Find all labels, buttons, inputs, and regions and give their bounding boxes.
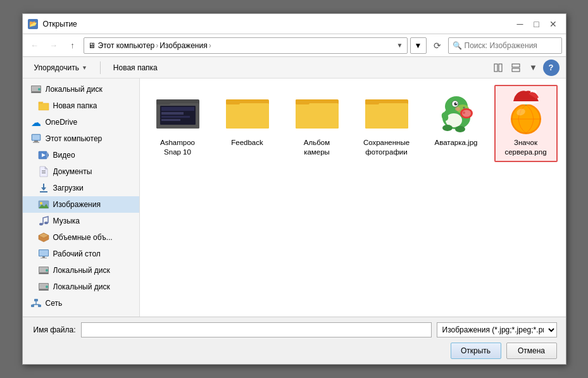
address-bar[interactable]: 🖥 Этот компьютер › Изображения › ▼ xyxy=(84,37,408,54)
onedrive-icon: ☁ xyxy=(30,117,42,128)
svg-point-7 xyxy=(38,88,41,91)
video-icon xyxy=(38,149,49,161)
address-dropdown-arrow: ▼ xyxy=(397,42,403,49)
address-bar-row: ← → ↑ 🖥 Этот компьютер › Изображения › ▼… xyxy=(23,34,566,57)
sidebar-item-network[interactable]: Сеть xyxy=(23,295,139,312)
view-dropdown-icon: ▼ xyxy=(529,63,537,72)
music-icon xyxy=(38,215,49,227)
3d-objects-icon xyxy=(38,232,49,243)
sidebar-item-local-disk-3[interactable]: Локальный диск xyxy=(23,279,139,295)
file-item-saved-photos[interactable]: Сохраненные фотографии xyxy=(355,85,418,162)
svg-marker-17 xyxy=(41,187,46,191)
organize-label: Упорядочить xyxy=(34,63,79,72)
maximize-button[interactable]: □ xyxy=(529,18,544,30)
file-item-ashampoo[interactable]: Ashampoo Snap 10 xyxy=(146,85,210,162)
icon-server-label: Значок сервера.png xyxy=(499,138,553,157)
file-item-album[interactable]: Альбом камеры xyxy=(285,85,349,162)
sidebar-item-downloads[interactable]: Загрузки xyxy=(23,180,139,196)
local-disk-2-icon xyxy=(38,265,49,276)
sidebar: Локальный диск Новая папка ☁ OneDrive xyxy=(23,79,140,317)
help-button[interactable]: ? xyxy=(543,60,560,76)
breadcrumb-part-2: Изображения xyxy=(160,41,207,50)
search-icon: 🔍 xyxy=(453,41,462,50)
svg-point-22 xyxy=(39,223,43,225)
sidebar-label-3d-objects: Объемные объ... xyxy=(53,233,113,242)
sidebar-item-new-folder[interactable]: Новая папка xyxy=(23,98,139,114)
svg-rect-3 xyxy=(512,68,520,72)
details-pane-button[interactable] xyxy=(508,60,524,76)
svg-rect-36 xyxy=(39,289,49,291)
search-box[interactable]: 🔍 xyxy=(448,37,562,54)
svg-rect-46 xyxy=(156,99,170,104)
svg-rect-29 xyxy=(41,258,47,258)
documents-icon xyxy=(38,166,49,177)
avatarka-icon xyxy=(434,90,479,135)
breadcrumb-icon: 🖥 xyxy=(88,41,96,50)
new-folder-sidebar-icon xyxy=(38,100,49,111)
cancel-button[interactable]: Отмена xyxy=(506,343,557,359)
sidebar-item-images[interactable]: Изображения xyxy=(23,196,139,213)
album-label: Альбом камеры xyxy=(291,138,344,157)
svg-rect-59 xyxy=(365,103,408,129)
svg-rect-10 xyxy=(34,141,38,142)
svg-rect-32 xyxy=(39,273,49,274)
sidebar-item-documents[interactable]: Документы xyxy=(23,163,139,180)
file-item-avatarka[interactable]: Аватарка.jpg xyxy=(425,85,488,162)
sidebar-label-documents: Документы xyxy=(53,167,92,176)
sidebar-item-local-disk-1[interactable]: Локальный диск xyxy=(23,81,139,98)
extra-pane-button[interactable] xyxy=(490,60,506,76)
close-button[interactable]: ✕ xyxy=(546,18,561,30)
sidebar-item-music[interactable]: Музыка xyxy=(23,213,139,229)
breadcrumb: Этот компьютер › Изображения › xyxy=(98,41,211,50)
expand-icon: ▼ xyxy=(415,41,422,50)
dialog-title: Открытие xyxy=(43,20,513,28)
sidebar-item-local-disk-2[interactable]: Локальный диск xyxy=(23,262,139,279)
new-folder-button[interactable]: Новая папка xyxy=(108,60,163,76)
svg-marker-13 xyxy=(47,152,49,158)
sidebar-item-desktop[interactable]: Рабочий стол xyxy=(23,246,139,262)
sidebar-label-video: Видео xyxy=(53,151,75,160)
icon-server-icon xyxy=(503,90,549,135)
organize-button[interactable]: Упорядочить ▼ xyxy=(29,60,92,76)
sidebar-item-this-pc[interactable]: Этот компьютер xyxy=(23,130,139,147)
refresh-button[interactable]: ⟳ xyxy=(429,37,446,54)
svg-point-33 xyxy=(46,269,48,272)
forward-button[interactable]: → xyxy=(46,37,62,54)
feedback-label: Feedback xyxy=(231,138,263,148)
sidebar-item-3d-objects[interactable]: Объемные объ... xyxy=(23,229,139,246)
svg-rect-0 xyxy=(494,64,497,72)
sidebar-item-onedrive[interactable]: ☁ OneDrive xyxy=(23,114,139,130)
sidebar-label-local-disk-2: Локальный диск xyxy=(53,266,110,275)
svg-rect-1 xyxy=(499,64,502,72)
file-item-icon-server[interactable]: Значок сервера.png xyxy=(494,85,558,162)
back-button[interactable]: ← xyxy=(27,37,43,54)
sidebar-label-local-disk-3: Локальный диск xyxy=(53,282,110,291)
open-button[interactable]: Открыть xyxy=(451,343,501,359)
file-item-feedback[interactable]: Feedback xyxy=(216,85,279,162)
sidebar-label-new-folder: Новая папка xyxy=(53,101,97,110)
sidebar-item-video[interactable]: Видео xyxy=(23,147,139,163)
address-expand-button[interactable]: ▼ xyxy=(410,37,427,54)
up-button[interactable]: ↑ xyxy=(65,37,81,54)
desktop-icon xyxy=(38,248,49,260)
title-bar-buttons: ─ □ ✕ xyxy=(513,18,561,30)
svg-rect-51 xyxy=(161,119,180,121)
saved-photos-label: Сохраненные фотографии xyxy=(360,138,413,157)
sidebar-label-images: Изображения xyxy=(53,200,101,209)
view-dropdown-button[interactable]: ▼ xyxy=(525,60,542,76)
svg-point-65 xyxy=(454,103,457,106)
minimize-button[interactable]: ─ xyxy=(513,18,528,30)
local-disk-1-icon xyxy=(30,84,42,95)
svg-point-70 xyxy=(442,125,453,131)
filetype-select[interactable]: Изображения (*.jpg;*.jpeg;*.pr xyxy=(437,322,557,337)
svg-rect-28 xyxy=(42,256,45,258)
bottom-bar: Имя файла: Изображения (*.jpg;*.jpeg;*.p… xyxy=(23,317,566,364)
sidebar-label-network: Сеть xyxy=(46,299,63,308)
search-input[interactable] xyxy=(465,41,558,50)
svg-point-37 xyxy=(46,286,48,288)
filename-input[interactable] xyxy=(81,322,432,337)
ashampoo-folder-icon xyxy=(155,90,201,135)
action-row: Открыть Отмена xyxy=(32,343,557,359)
breadcrumb-sep-1: › xyxy=(156,41,158,50)
feedback-folder-icon xyxy=(225,90,270,135)
